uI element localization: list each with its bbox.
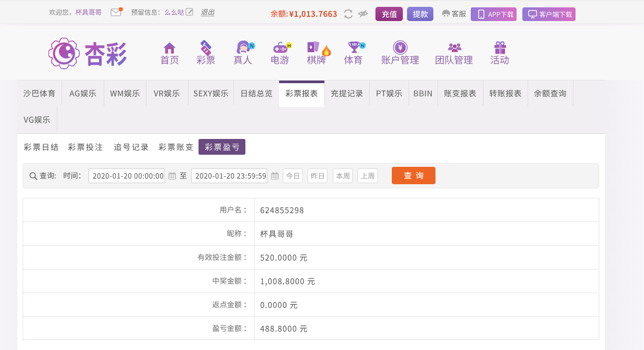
svg-text:N: N bbox=[250, 43, 253, 48]
svg-text:H: H bbox=[287, 43, 291, 48]
svg-text:N: N bbox=[361, 43, 364, 48]
